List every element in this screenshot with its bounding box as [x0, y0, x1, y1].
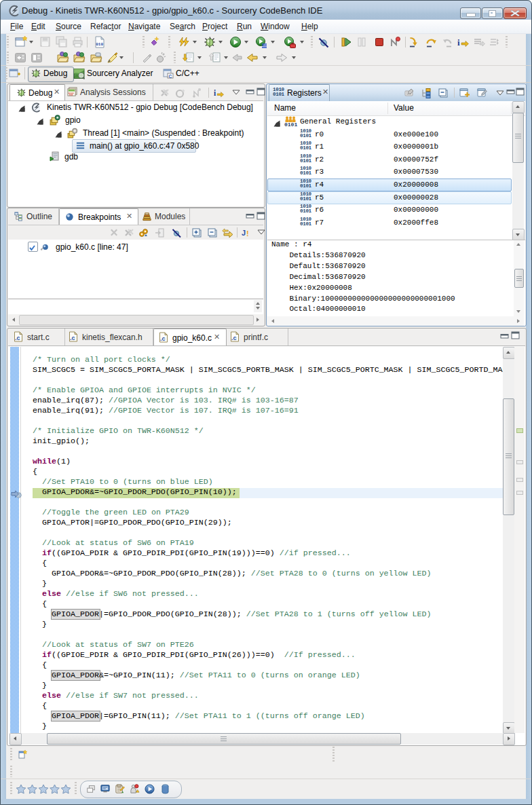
svg-text:.c: .c [70, 335, 75, 341]
svg-text:.c: .c [160, 335, 166, 342]
svg-text:.c: .c [15, 335, 20, 341]
svg-text:C: C [169, 74, 172, 79]
svg-text:010: 010 [96, 42, 103, 47]
svg-text:i: i [457, 37, 460, 48]
svg-text:i: i [214, 89, 216, 97]
svg-text:.c: .c [231, 335, 237, 341]
svg-text:!: ! [246, 229, 249, 238]
svg-text:J: J [242, 229, 246, 237]
